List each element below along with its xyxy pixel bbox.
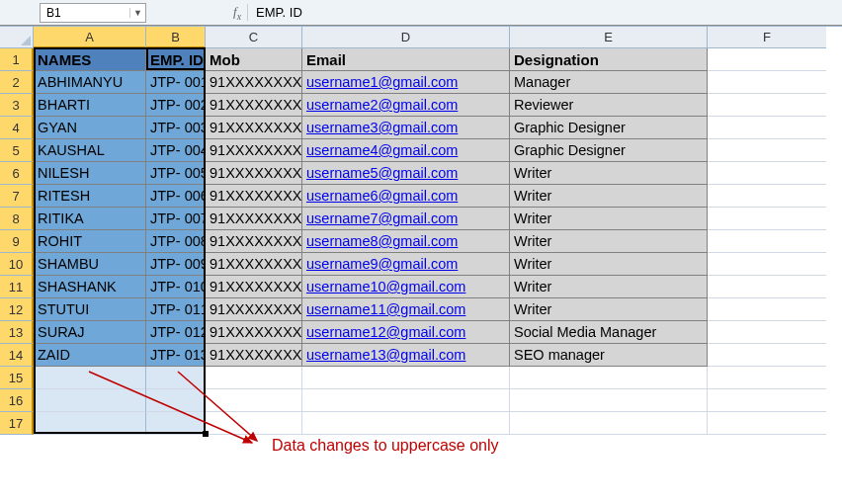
cell-A11[interactable]: SHASHANK xyxy=(34,276,146,298)
cell-D2[interactable]: username1@gmail.com xyxy=(302,71,510,94)
email-link[interactable]: username13@gmail.com xyxy=(306,347,465,363)
cell-D6[interactable]: username5@gmail.com xyxy=(302,162,510,185)
cell-D10[interactable]: username9@gmail.com xyxy=(302,253,510,276)
cell-B3[interactable]: JTP- 002 xyxy=(146,94,206,117)
cell-D8[interactable]: username7@gmail.com xyxy=(302,208,510,230)
cell-E11[interactable]: Writer xyxy=(510,276,708,298)
email-link[interactable]: username2@gmail.com xyxy=(306,97,458,113)
email-link[interactable]: username6@gmail.com xyxy=(306,188,458,204)
cell-C6[interactable]: 91XXXXXXXX xyxy=(206,162,302,185)
email-link[interactable]: username4@gmail.com xyxy=(306,142,458,158)
cell-D15[interactable] xyxy=(302,367,510,389)
row-header-12[interactable]: 12 xyxy=(0,298,34,321)
cell-E15[interactable] xyxy=(510,367,708,389)
cell-E12[interactable]: Writer xyxy=(510,298,708,321)
cell-C7[interactable]: 91XXXXXXXX xyxy=(206,185,302,208)
column-header-C[interactable]: C xyxy=(206,27,302,48)
email-link[interactable]: username3@gmail.com xyxy=(306,120,458,135)
name-box[interactable]: B1 xyxy=(41,6,129,20)
column-header-E[interactable]: E xyxy=(510,27,708,48)
formula-input[interactable]: EMP. ID xyxy=(248,5,310,20)
cell-F12[interactable] xyxy=(708,298,826,321)
cell-A10[interactable]: SHAMBU xyxy=(34,253,146,276)
cell-C13[interactable]: 91XXXXXXXX xyxy=(206,321,302,344)
cell-D9[interactable]: username8@gmail.com xyxy=(302,230,510,253)
cell-D3[interactable]: username2@gmail.com xyxy=(302,94,510,117)
email-link[interactable]: username12@gmail.com xyxy=(306,324,465,340)
row-header-9[interactable]: 9 xyxy=(0,230,34,253)
cell-D16[interactable] xyxy=(302,389,510,412)
name-box-wrap[interactable]: B1 ▼ xyxy=(40,3,146,23)
name-box-dropdown-icon[interactable]: ▼ xyxy=(129,8,145,18)
row-header-3[interactable]: 3 xyxy=(0,94,34,117)
row-header-7[interactable]: 7 xyxy=(0,185,34,208)
cell-F1[interactable] xyxy=(708,48,826,71)
cell-A2[interactable]: ABHIMANYU xyxy=(34,71,146,94)
column-header-F[interactable]: F xyxy=(708,27,826,48)
cell-A5[interactable]: KAUSHAL xyxy=(34,139,146,162)
cell-C2[interactable]: 91XXXXXXXX xyxy=(206,71,302,94)
cell-F7[interactable] xyxy=(708,185,826,208)
cell-F8[interactable] xyxy=(708,208,826,230)
cell-C3[interactable]: 91XXXXXXXX xyxy=(206,94,302,117)
cell-A8[interactable]: RITIKA xyxy=(34,208,146,230)
row-header-11[interactable]: 11 xyxy=(0,276,34,298)
column-header-D[interactable]: D xyxy=(302,27,510,48)
cell-B2[interactable]: JTP- 001 xyxy=(146,71,206,94)
cell-B9[interactable]: JTP- 008 xyxy=(146,230,206,253)
cell-E16[interactable] xyxy=(510,389,708,412)
cell-A14[interactable]: ZAID xyxy=(34,344,146,367)
cell-F5[interactable] xyxy=(708,139,826,162)
row-header-13[interactable]: 13 xyxy=(0,321,34,344)
cell-C11[interactable]: 91XXXXXXXX xyxy=(206,276,302,298)
cell-B16[interactable] xyxy=(146,389,206,412)
row-header-16[interactable]: 16 xyxy=(0,389,34,412)
cell-C4[interactable]: 91XXXXXXXX xyxy=(206,117,302,139)
cell-D14[interactable]: username13@gmail.com xyxy=(302,344,510,367)
cell-F15[interactable] xyxy=(708,367,826,389)
cell-F16[interactable] xyxy=(708,389,826,412)
spreadsheet-grid[interactable]: A B C D E F 1 NAMES EMP. ID Mob Email De… xyxy=(0,26,842,435)
cell-B13[interactable]: JTP- 012 xyxy=(146,321,206,344)
cell-C5[interactable]: 91XXXXXXXX xyxy=(206,139,302,162)
fx-icon[interactable]: fx xyxy=(227,4,248,22)
cell-B17[interactable] xyxy=(146,412,206,435)
row-header-10[interactable]: 10 xyxy=(0,253,34,276)
cell-E14[interactable]: SEO manager xyxy=(510,344,708,367)
cell-B4[interactable]: JTP- 003 xyxy=(146,117,206,139)
cell-C8[interactable]: 91XXXXXXXX xyxy=(206,208,302,230)
email-link[interactable]: username5@gmail.com xyxy=(306,165,458,181)
fill-handle[interactable] xyxy=(203,431,209,437)
cell-C17[interactable] xyxy=(206,412,302,435)
cell-E1[interactable]: Designation xyxy=(510,48,708,71)
cell-C12[interactable]: 91XXXXXXXX xyxy=(206,298,302,321)
cell-F13[interactable] xyxy=(708,321,826,344)
cell-C15[interactable] xyxy=(206,367,302,389)
cell-B11[interactable]: JTP- 010 xyxy=(146,276,206,298)
cell-A9[interactable]: ROHIT xyxy=(34,230,146,253)
email-link[interactable]: username9@gmail.com xyxy=(306,256,458,272)
cell-B6[interactable]: JTP- 005 xyxy=(146,162,206,185)
cell-F2[interactable] xyxy=(708,71,826,94)
cell-B10[interactable]: JTP- 009 xyxy=(146,253,206,276)
cell-D7[interactable]: username6@gmail.com xyxy=(302,185,510,208)
cell-C16[interactable] xyxy=(206,389,302,412)
cell-D13[interactable]: username12@gmail.com xyxy=(302,321,510,344)
cell-E4[interactable]: Graphic Designer xyxy=(510,117,708,139)
select-all-corner[interactable] xyxy=(0,27,34,48)
column-header-B[interactable]: B xyxy=(146,27,206,48)
cell-F10[interactable] xyxy=(708,253,826,276)
cell-B8[interactable]: JTP- 007 xyxy=(146,208,206,230)
cell-A3[interactable]: BHARTI xyxy=(34,94,146,117)
cell-D17[interactable] xyxy=(302,412,510,435)
cell-E10[interactable]: Writer xyxy=(510,253,708,276)
cell-A7[interactable]: RITESH xyxy=(34,185,146,208)
cell-A12[interactable]: STUTUI xyxy=(34,298,146,321)
email-link[interactable]: username1@gmail.com xyxy=(306,74,458,90)
cell-A13[interactable]: SURAJ xyxy=(34,321,146,344)
row-header-8[interactable]: 8 xyxy=(0,208,34,230)
cell-D5[interactable]: username4@gmail.com xyxy=(302,139,510,162)
cell-A4[interactable]: GYAN xyxy=(34,117,146,139)
cell-D12[interactable]: username11@gmail.com xyxy=(302,298,510,321)
cell-E2[interactable]: Manager xyxy=(510,71,708,94)
